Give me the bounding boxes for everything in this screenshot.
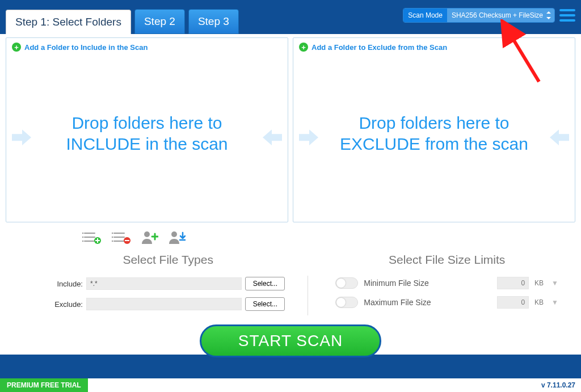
arrow-right-icon bbox=[12, 129, 31, 145]
scan-mode-select[interactable]: SHA256 Checksum + FileSize bbox=[447, 9, 554, 22]
max-filesize-input[interactable] bbox=[497, 296, 529, 309]
max-filesize-label: Maximum File Size bbox=[364, 298, 491, 307]
tab-step1[interactable]: Step 1: Select Folders bbox=[6, 10, 131, 34]
min-filesize-label: Minimum File Size bbox=[364, 279, 491, 288]
exclude-panel[interactable]: + Add a Folder to Exclude from the Scan … bbox=[293, 37, 575, 222]
max-filesize-unit: KB bbox=[534, 298, 546, 306]
statusbar: PREMIUM FREE TRIAL v 7.11.0.27 bbox=[0, 378, 581, 392]
plus-icon: + bbox=[299, 43, 308, 52]
exclude-types-row: Exclude: Select... bbox=[51, 297, 285, 311]
exclude-dropzone[interactable]: Drop folders here to EXCLUDE from the sc… bbox=[293, 56, 575, 222]
svg-point-4 bbox=[82, 237, 83, 238]
drop-row: + Add a Folder to Include in the Scan Dr… bbox=[0, 34, 581, 226]
arrow-left-icon bbox=[550, 129, 569, 145]
menu-icon[interactable] bbox=[559, 9, 575, 22]
tab-step2[interactable]: Step 2 bbox=[134, 9, 185, 34]
svg-point-15 bbox=[171, 231, 177, 237]
tab-step3[interactable]: Step 3 bbox=[188, 9, 239, 34]
min-filesize-input[interactable] bbox=[497, 277, 529, 289]
toolbar-icons bbox=[0, 226, 581, 248]
exclude-types-input[interactable] bbox=[86, 298, 242, 310]
version-label: v 7.11.0.27 bbox=[541, 381, 581, 389]
include-dropzone[interactable]: Drop folders here to INCLUDE in the scan bbox=[6, 56, 288, 222]
min-filesize-toggle[interactable] bbox=[335, 277, 358, 289]
arrow-left-icon bbox=[263, 129, 282, 145]
max-filesize-toggle[interactable] bbox=[335, 297, 358, 308]
min-filesize-unit-dropdown[interactable]: ▼ bbox=[551, 279, 558, 287]
add-include-label: Add a Folder to Include in the Scan bbox=[24, 43, 148, 52]
start-row: START SCAN bbox=[0, 321, 581, 354]
include-types-label: Include: bbox=[51, 280, 83, 288]
scan-mode-block: Scan Mode SHA256 Checksum + FileSize bbox=[403, 8, 555, 23]
filesize-title: Select File Size Limits bbox=[335, 253, 558, 267]
svg-point-3 bbox=[82, 233, 83, 234]
add-exclude-folder-button[interactable]: + Add a Folder to Exclude from the Scan bbox=[293, 38, 575, 56]
user-download-icon[interactable] bbox=[169, 230, 186, 246]
arrow-right-icon bbox=[299, 129, 318, 145]
filetype-column: Select File Types Include: Select... Exc… bbox=[51, 253, 296, 318]
min-filesize-unit: KB bbox=[534, 279, 546, 287]
plus-icon: + bbox=[12, 43, 21, 52]
scan-mode-label: Scan Mode bbox=[403, 9, 447, 22]
svg-point-14 bbox=[144, 231, 150, 237]
exclude-types-label: Exclude: bbox=[51, 300, 83, 309]
tabs: Step 1: Select Folders Step 2 Step 3 bbox=[6, 0, 239, 34]
include-types-select-button[interactable]: Select... bbox=[245, 277, 285, 290]
trial-badge[interactable]: PREMIUM FREE TRIAL bbox=[0, 378, 88, 392]
add-include-folder-button[interactable]: + Add a Folder to Include in the Scan bbox=[6, 38, 288, 56]
max-filesize-row: Maximum File Size KB ▼ bbox=[335, 296, 558, 309]
include-types-row: Include: Select... bbox=[51, 277, 285, 290]
user-add-icon[interactable] bbox=[141, 230, 158, 246]
max-filesize-unit-dropdown[interactable]: ▼ bbox=[551, 298, 558, 306]
topbar: Step 1: Select Folders Step 2 Step 3 Sca… bbox=[0, 0, 581, 34]
list-add-icon[interactable] bbox=[82, 230, 102, 246]
filetype-title: Select File Types bbox=[51, 253, 285, 267]
include-panel[interactable]: + Add a Folder to Include in the Scan Dr… bbox=[6, 37, 288, 222]
vertical-divider bbox=[308, 276, 308, 315]
svg-point-12 bbox=[112, 241, 113, 242]
add-exclude-label: Add a Folder to Exclude from the Scan bbox=[311, 43, 447, 52]
include-drop-text: Drop folders here to INCLUDE in the scan bbox=[33, 112, 260, 155]
start-scan-button[interactable]: START SCAN bbox=[200, 324, 381, 357]
list-remove-icon[interactable] bbox=[112, 230, 131, 246]
settings-row: Select File Types Include: Select... Exc… bbox=[0, 248, 581, 321]
svg-point-10 bbox=[112, 233, 113, 234]
min-filesize-row: Minimum File Size KB ▼ bbox=[335, 277, 558, 289]
include-types-input[interactable] bbox=[86, 277, 242, 290]
top-right: Scan Mode SHA256 Checksum + FileSize bbox=[403, 8, 575, 23]
svg-point-11 bbox=[112, 237, 113, 238]
exclude-drop-text: Drop folders here to EXCLUDE from the sc… bbox=[321, 112, 548, 155]
filesize-column: Select File Size Limits Minimum File Siz… bbox=[319, 253, 558, 318]
exclude-types-select-button[interactable]: Select... bbox=[245, 297, 285, 311]
svg-point-5 bbox=[82, 241, 83, 242]
